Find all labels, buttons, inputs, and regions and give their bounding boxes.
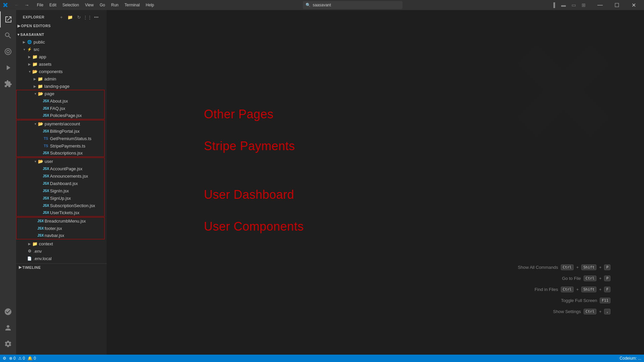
other-pages-label: Other Pages <box>204 107 274 121</box>
tree-item-user-tickets[interactable]: JSX UserTickets.jsx <box>16 209 105 217</box>
user-dashboard-label: User Dashboard <box>204 188 294 202</box>
sidebar-actions: + 📁 ↻ ⋮⋮ ••• <box>58 13 100 21</box>
split-toggle-icon[interactable]: ▭ <box>569 1 578 9</box>
shortcuts-panel: Show All Commands Ctrl + Shift + P Go to… <box>518 264 610 314</box>
menu-go[interactable]: Go <box>97 2 108 8</box>
titlebar-menu: File Edit Selection View Go Run Terminal… <box>34 2 157 8</box>
activity-accounts[interactable] <box>0 320 16 336</box>
tree-item-env-local[interactable]: 📄 .env.local <box>16 255 107 262</box>
activity-explorer[interactable] <box>0 11 16 27</box>
tree-item-src[interactable]: ▾ ⚡ src <box>16 46 107 53</box>
activity-search[interactable] <box>0 27 16 44</box>
activity-extensions[interactable] <box>0 76 16 92</box>
tree-item-account[interactable]: JSX AccountPage.jsx <box>16 165 105 172</box>
menu-run[interactable]: Run <box>108 2 121 8</box>
stripe-payments-label: Stripe Payments <box>204 139 295 153</box>
tree-item-billing[interactable]: JSX BillingPortal.jsx <box>16 127 105 135</box>
activity-source-control[interactable] <box>0 44 16 60</box>
main-content: Other Pages Stripe Payments User Dashboa… <box>107 10 644 355</box>
tree-item-admin[interactable]: ▶ 📁 admin <box>16 75 107 82</box>
tree-item-page[interactable]: ▾ 📂 page <box>16 90 105 97</box>
sidebar-toggle-icon[interactable]: ▐ <box>549 1 558 9</box>
more-actions-button[interactable]: ••• <box>93 13 100 21</box>
status-bar-right: Codeium: ... <box>620 356 641 361</box>
activity-bar <box>0 10 16 355</box>
tree-item-footer[interactable]: JSX footer.jsx <box>16 225 105 232</box>
tree-item-faq[interactable]: JSX FAQ.jsx <box>16 105 105 112</box>
vscode-watermark <box>510 37 617 144</box>
activity-bar-bottom <box>0 304 16 355</box>
tree-item-stripe[interactable]: TS StripePayments.ts <box>16 142 105 149</box>
shortcut-find-files: Find in Files Ctrl + Shift + F <box>518 287 610 292</box>
user-components-label: User Components <box>204 220 304 234</box>
forward-button[interactable]: → <box>22 0 32 10</box>
tree-item-user[interactable]: ▾ 📂 user <box>16 158 105 165</box>
open-editors-label: OPEN EDITORS <box>21 24 51 28</box>
tree-item-components[interactable]: ▾ 📂 components <box>16 68 107 75</box>
tree-item-dashboard[interactable]: JSX Dashboard.jsx <box>16 180 105 187</box>
close-button[interactable]: ✕ <box>626 0 641 10</box>
main-layout: EXPLORER + 📁 ↻ ⋮⋮ ••• ▶ OPEN EDITORS ▾ S… <box>0 10 644 355</box>
codeium-status[interactable]: Codeium: ... <box>620 356 641 361</box>
tree-item-premium[interactable]: TS GetPremiumStatus.ts <box>16 135 105 142</box>
project-header[interactable]: ▾ SAASAVANT <box>16 31 107 38</box>
tree-item-assets[interactable]: ▶ 📁 assets <box>16 60 107 68</box>
status-bar-left: ⚙ ⊗0 ⚠0 🔔0 <box>3 356 36 361</box>
vscode-logo-icon <box>3 2 8 8</box>
tree-item-env[interactable]: ⚙ .env <box>16 247 107 255</box>
tree-item-public[interactable]: ▶ 🌐 public <box>16 38 107 46</box>
back-button[interactable]: ← <box>12 0 21 10</box>
activity-settings[interactable] <box>0 336 16 352</box>
collapse-all-button[interactable]: ⋮⋮ <box>84 13 91 21</box>
titlebar-nav: ← → <box>12 0 32 10</box>
tree-item-signin[interactable]: JSX SignIn.jsx <box>16 187 105 194</box>
grid-toggle-icon[interactable]: ⊞ <box>579 1 588 9</box>
errors-warnings[interactable]: ⊗0 ⚠0 <box>9 356 25 361</box>
refresh-button[interactable]: ↻ <box>75 13 83 21</box>
tree-item-context[interactable]: ▶ 📁 context <box>16 240 107 247</box>
menu-terminal[interactable]: Terminal <box>122 2 142 8</box>
menu-file[interactable]: File <box>34 2 46 8</box>
new-folder-button[interactable]: 📁 <box>66 13 74 21</box>
tree-item-about[interactable]: JSX About.jsx <box>16 97 105 105</box>
tree-item-navbar[interactable]: JSX navbar.jsx <box>16 232 105 239</box>
titlebar: ← → File Edit Selection View Go Run Term… <box>0 0 644 10</box>
shortcut-go-to-file: Go to File Ctrl + P <box>518 276 610 281</box>
remote-indicator[interactable]: ⚙ <box>3 356 6 361</box>
timeline-header[interactable]: ▶ TIMELINE <box>16 263 107 271</box>
titlebar-right: ▐ ▬ ▭ ⊞ — ☐ ✕ <box>549 0 641 10</box>
status-bar: ⚙ ⊗0 ⚠0 🔔0 Codeium: ... <box>0 355 644 362</box>
minimize-button[interactable]: — <box>592 0 608 10</box>
menu-selection[interactable]: Selection <box>60 2 82 8</box>
panel-toggle-icon[interactable]: ▬ <box>559 1 568 9</box>
global-search[interactable]: 🔍 <box>303 1 402 9</box>
activity-run-debug[interactable] <box>0 60 16 76</box>
timeline-label: TIMELINE <box>22 265 41 269</box>
maximize-button[interactable]: ☐ <box>609 0 625 10</box>
sidebar-header: EXPLORER + 📁 ↻ ⋮⋮ ••• <box>16 10 107 22</box>
shortcut-settings: Show Settings Ctrl + , <box>518 309 610 314</box>
titlebar-left: ← → File Edit Selection View Go Run Term… <box>3 0 157 10</box>
new-file-button[interactable]: + <box>58 13 65 21</box>
open-editors-header[interactable]: ▶ OPEN EDITORS <box>16 22 107 29</box>
menu-help[interactable]: Help <box>143 2 157 8</box>
menu-edit[interactable]: Edit <box>47 2 59 8</box>
editor-area: Other Pages Stripe Payments User Dashboa… <box>107 10 644 355</box>
menu-view[interactable]: View <box>82 2 96 8</box>
tree-item-app[interactable]: ▶ 📁 app <box>16 53 107 60</box>
tree-item-landing-page[interactable]: ▶ 📁 landing-page <box>16 82 107 90</box>
tree-item-subscription-section[interactable]: JSX SubscriptionSection.jsx <box>16 202 105 209</box>
tree-item-announcements[interactable]: JSX Announcements.jsx <box>16 172 105 180</box>
tree-item-breadcrumb[interactable]: JSX BreadcrumbMenu.jsx <box>16 217 105 225</box>
notifications[interactable]: 🔔0 <box>28 356 36 361</box>
sidebar-content: ▶ OPEN EDITORS ▾ SAASAVANT ▶ 🌐 public ▾ … <box>16 22 107 355</box>
search-input[interactable] <box>313 3 400 7</box>
tree-item-subscriptions[interactable]: JSX Subscriptions.jsx <box>16 149 105 157</box>
sidebar-title: EXPLORER <box>23 15 45 19</box>
tree-item-payments[interactable]: ▾ 📂 payments\account <box>16 120 105 127</box>
project-label: SAASAVANT <box>20 33 44 37</box>
sidebar: EXPLORER + 📁 ↻ ⋮⋮ ••• ▶ OPEN EDITORS ▾ S… <box>16 10 107 355</box>
tree-item-policies[interactable]: JSX PoliciesPage.jsx <box>16 112 105 119</box>
activity-remote[interactable] <box>0 304 16 320</box>
tree-item-signup[interactable]: JSX SignUp.jsx <box>16 194 105 202</box>
